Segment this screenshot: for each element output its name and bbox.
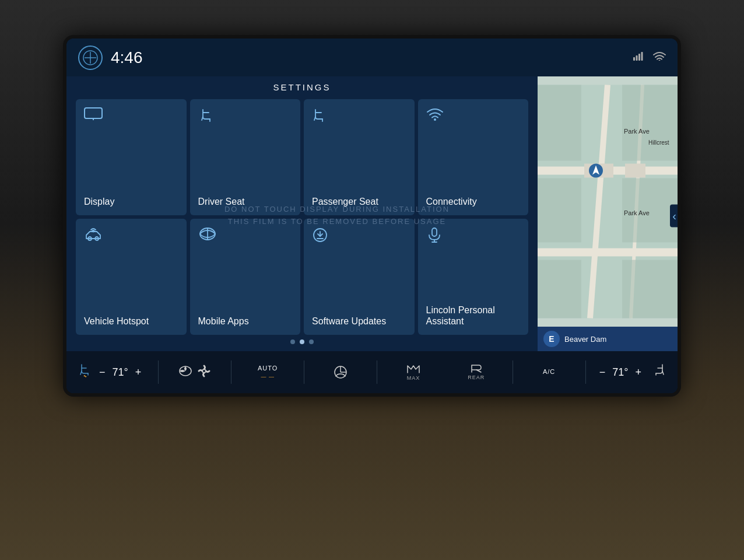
svg-rect-31: [538, 178, 581, 243]
page-dot-1[interactable]: [290, 340, 295, 344]
auto-label: AUTO: [258, 365, 278, 372]
nav-direction: E: [543, 331, 560, 347]
wifi-icon: [653, 51, 666, 64]
mobile-apps-icon: [198, 227, 217, 243]
svg-point-7: [659, 60, 661, 61]
fan-section: [163, 364, 226, 380]
nav-street: Beaver Dam: [564, 335, 606, 344]
lincoln-assistant-icon: [426, 227, 443, 246]
map-background: Park Ave Park Ave Hillcrest: [538, 76, 678, 327]
display-label: Display: [84, 196, 114, 207]
map-street-park-ave-1: Park Ave: [624, 128, 650, 135]
svg-rect-28: [625, 164, 645, 178]
map-nav-bar: E Beaver Dam: [538, 327, 678, 351]
tile-connectivity[interactable]: Connectivity: [418, 99, 529, 215]
page-dot-3[interactable]: [309, 340, 314, 344]
svg-rect-33: [538, 260, 581, 318]
lincoln-assistant-label: Lincoln Personal Assistant: [426, 304, 521, 327]
tile-vehicle-hotspot[interactable]: Vehicle Hotspot: [76, 219, 187, 335]
rear-group: REAR: [468, 364, 485, 380]
climate-bar: − 71° +: [66, 351, 678, 393]
settings-area: SETTINGS Disp: [66, 76, 538, 351]
display-icon: [84, 107, 103, 123]
climate-divider-5: [513, 360, 513, 384]
svg-rect-3: [633, 57, 635, 61]
circulation-icon[interactable]: [178, 365, 193, 380]
settings-title: SETTINGS: [76, 82, 528, 92]
vehicle-hotspot-label: Vehicle Hotspot: [84, 316, 149, 327]
passenger-seat-label: Passenger Seat: [312, 196, 378, 207]
mobile-apps-label: Mobile Apps: [198, 316, 249, 327]
svg-rect-6: [641, 52, 643, 61]
car-bezel: 4:46: [0, 0, 744, 560]
svg-rect-19: [432, 228, 437, 236]
lincoln-logo[interactable]: [78, 46, 103, 70]
main-content: SETTINGS Disp: [66, 76, 678, 351]
page-dot-2[interactable]: [300, 340, 304, 344]
svg-rect-24: [538, 249, 678, 257]
ac-label: A/C: [543, 368, 555, 376]
climate-divider-3: [304, 360, 304, 384]
software-updates-icon: [312, 227, 328, 246]
vehicle-hotspot-icon: [84, 227, 103, 244]
top-bar-right: [633, 51, 666, 64]
software-updates-label: Software Updates: [312, 316, 386, 327]
scroll-right-button[interactable]: ‹: [670, 205, 678, 228]
top-bar: 4:46: [66, 38, 678, 76]
svg-rect-8: [85, 108, 102, 118]
left-temp-display: 71°: [113, 366, 128, 379]
rear-label: REAR: [468, 374, 485, 380]
driver-seat-label: Driver Seat: [198, 196, 245, 207]
svg-rect-30: [622, 85, 678, 161]
left-climate-section: − 71° +: [78, 363, 153, 382]
climate-divider-6: [585, 360, 586, 384]
screen-inner: 4:46: [66, 38, 678, 393]
driver-seat-icon: [198, 107, 215, 126]
ac-section[interactable]: A/C: [518, 368, 581, 376]
signal-icon: [633, 51, 645, 64]
tile-lincoln-personal-assistant[interactable]: Lincoln Personal Assistant: [418, 219, 529, 335]
right-climate-section: − 71° +: [591, 363, 666, 382]
svg-rect-34: [622, 260, 678, 318]
map-street-park-ave-2: Park Ave: [624, 209, 650, 216]
connectivity-icon: [426, 107, 444, 124]
max-group: MAX: [406, 363, 420, 381]
left-temp-increase[interactable]: +: [132, 365, 145, 380]
connectivity-label: Connectivity: [426, 196, 477, 207]
right-temp-increase[interactable]: +: [631, 365, 645, 380]
rear-section[interactable]: REAR: [445, 364, 508, 380]
map-street-hillcrest: Hillcrest: [648, 139, 669, 146]
passenger-seat-icon: [312, 107, 328, 126]
left-temp-decrease[interactable]: −: [96, 365, 109, 380]
right-temp-display: 71°: [612, 366, 628, 379]
map-panel: Park Ave Park Ave Hillcrest E Beaver Dam: [538, 76, 678, 351]
auto-group: AUTO — —: [258, 365, 278, 379]
right-temp-decrease[interactable]: −: [596, 365, 609, 380]
fan-icon[interactable]: [196, 364, 212, 380]
screen-outer: 4:46: [63, 35, 681, 397]
time-display: 4:46: [111, 48, 143, 67]
settings-grid: Display: [76, 99, 528, 335]
climate-divider-1: [158, 360, 159, 384]
svg-point-14: [93, 232, 94, 233]
heated-steering-section[interactable]: [309, 365, 372, 380]
max-section[interactable]: MAX: [382, 363, 445, 381]
auto-section[interactable]: AUTO — —: [236, 365, 299, 379]
tile-software-updates[interactable]: Software Updates: [304, 219, 415, 335]
tile-passenger-seat[interactable]: Passenger Seat: [304, 99, 415, 215]
page-dots: [76, 340, 528, 344]
tile-mobile-apps[interactable]: Mobile Apps: [190, 219, 301, 335]
climate-divider-4: [377, 360, 377, 384]
tile-display[interactable]: Display: [76, 99, 187, 215]
svg-rect-29: [538, 85, 581, 161]
tile-driver-seat[interactable]: Driver Seat: [190, 99, 301, 215]
seat-heat-left-icon[interactable]: [78, 363, 92, 382]
climate-divider-2: [231, 360, 231, 384]
max-label: MAX: [407, 375, 420, 381]
svg-rect-4: [636, 55, 638, 61]
svg-rect-5: [638, 54, 640, 61]
svg-point-11: [434, 118, 436, 121]
seat-heat-right-icon[interactable]: [652, 363, 666, 382]
